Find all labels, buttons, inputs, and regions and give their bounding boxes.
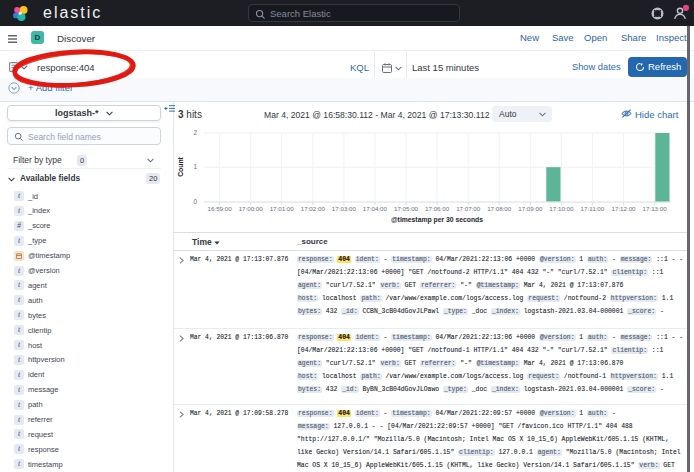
svg-text:2: 2 xyxy=(193,129,197,136)
svg-text:17:08:00: 17:08:00 xyxy=(487,205,512,212)
svg-text:17:13:00: 17:13:00 xyxy=(643,205,668,212)
svg-text:17:07:00: 17:07:00 xyxy=(456,205,481,212)
svg-text:17:12:00: 17:12:00 xyxy=(611,205,636,212)
svg-text:17:00:00: 17:00:00 xyxy=(239,205,264,212)
svg-text:17:05:00: 17:05:00 xyxy=(394,205,419,212)
svg-text:17:01:00: 17:01:00 xyxy=(270,205,295,212)
svg-text:@timestamp per 30 seconds: @timestamp per 30 seconds xyxy=(391,216,483,224)
svg-text:16:59:00: 16:59:00 xyxy=(208,205,233,212)
svg-text:17:09:00: 17:09:00 xyxy=(518,205,543,212)
svg-text:17:02:00: 17:02:00 xyxy=(301,205,326,212)
svg-text:Count: Count xyxy=(177,156,184,176)
svg-text:17:04:00: 17:04:00 xyxy=(363,205,388,212)
svg-text:17:06:00: 17:06:00 xyxy=(425,205,450,212)
svg-text:17:03:00: 17:03:00 xyxy=(332,205,357,212)
svg-text:1: 1 xyxy=(193,163,197,170)
svg-text:17:10:00: 17:10:00 xyxy=(549,205,574,212)
svg-text:0: 0 xyxy=(193,198,197,205)
svg-text:17:11:00: 17:11:00 xyxy=(581,205,605,212)
